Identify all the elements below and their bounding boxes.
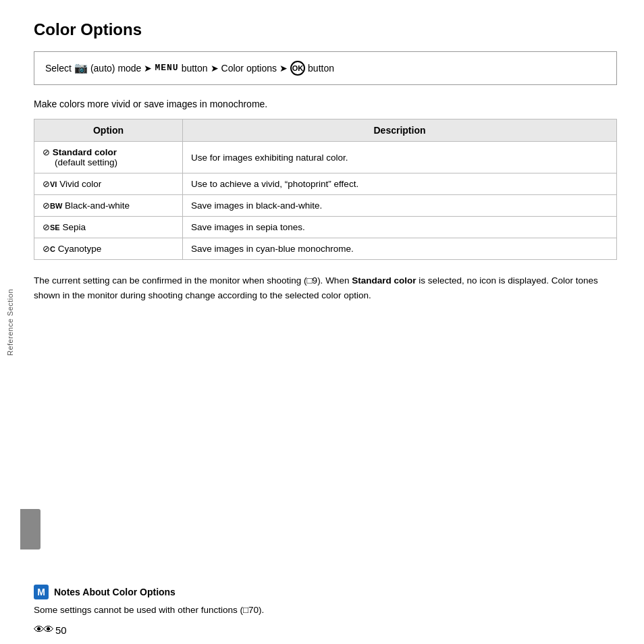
desc-bw: Save images in black-and-white. <box>183 195 617 217</box>
page-number: 50 <box>55 624 67 636</box>
body-paragraph: The current setting can be confirmed in … <box>34 273 617 302</box>
page-title: Color Options <box>34 20 617 39</box>
instruction-color-options: Color options <box>221 61 277 76</box>
table-row: ⊘VI Vivid color Use to achieve a vivid, … <box>34 173 617 195</box>
arrow1: ➤ <box>144 61 152 76</box>
side-label: Reference Section <box>6 289 14 356</box>
binoculars-icon: 👁👁 <box>34 624 53 636</box>
desc-cyanotype: Save images in cyan-blue monochrome. <box>183 238 617 260</box>
notes-section: M Notes About Color Options Some setting… <box>34 585 617 617</box>
option-cyanotype: ⊘C Cyanotype <box>34 238 183 260</box>
instruction-auto-mode: (auto) mode <box>90 61 141 76</box>
arrow3: ➤ <box>279 61 288 76</box>
instruction-prefix: Select <box>45 61 72 76</box>
main-content: Color Options Select 📷 (auto) mode ➤ MEN… <box>20 0 644 644</box>
table-row: ⊘BW Black-and-white Save images in black… <box>34 195 617 217</box>
notes-title: Notes About Color Options <box>54 587 176 597</box>
options-table: Option Description ⊘ Standard color (def… <box>34 119 617 260</box>
option-sepia: ⊘SE Sepia <box>34 217 183 238</box>
ok-button-icon: OK <box>290 61 305 76</box>
table-row: ⊘ Standard color (default setting) Use f… <box>34 142 617 173</box>
notes-header: M Notes About Color Options <box>34 585 617 599</box>
side-tab: Reference Section <box>0 0 20 644</box>
notes-icon: M <box>34 585 49 599</box>
option-standard: ⊘ Standard color (default setting) <box>34 142 183 173</box>
notes-text: Some settings cannot be used with other … <box>34 603 617 617</box>
table-row: ⊘C Cyanotype Save images in cyan-blue mo… <box>34 238 617 260</box>
camera-icon: 📷 <box>74 60 88 76</box>
menu-label: MENU <box>155 61 178 75</box>
page-footer: 👁👁 50 <box>34 624 67 636</box>
intro-text: Make colors more vivid or save images in… <box>34 99 617 109</box>
desc-vivid: Use to achieve a vivid, “photoprint” eff… <box>183 173 617 195</box>
instruction-button2: button <box>308 61 334 76</box>
desc-standard: Use for images exhibiting natural color. <box>183 142 617 173</box>
col-header-option: Option <box>34 119 183 142</box>
desc-sepia: Save images in sepia tones. <box>183 217 617 238</box>
option-bw: ⊘BW Black-and-white <box>34 195 183 217</box>
section-tab <box>20 509 41 549</box>
instruction-box: Select 📷 (auto) mode ➤ MENU button ➤ Col… <box>34 51 617 85</box>
arrow2: ➤ <box>211 61 219 76</box>
table-row: ⊘SE Sepia Save images in sepia tones. <box>34 217 617 238</box>
instruction-button1: button <box>182 61 208 76</box>
option-vivid: ⊘VI Vivid color <box>34 173 183 195</box>
col-header-description: Description <box>183 119 617 142</box>
